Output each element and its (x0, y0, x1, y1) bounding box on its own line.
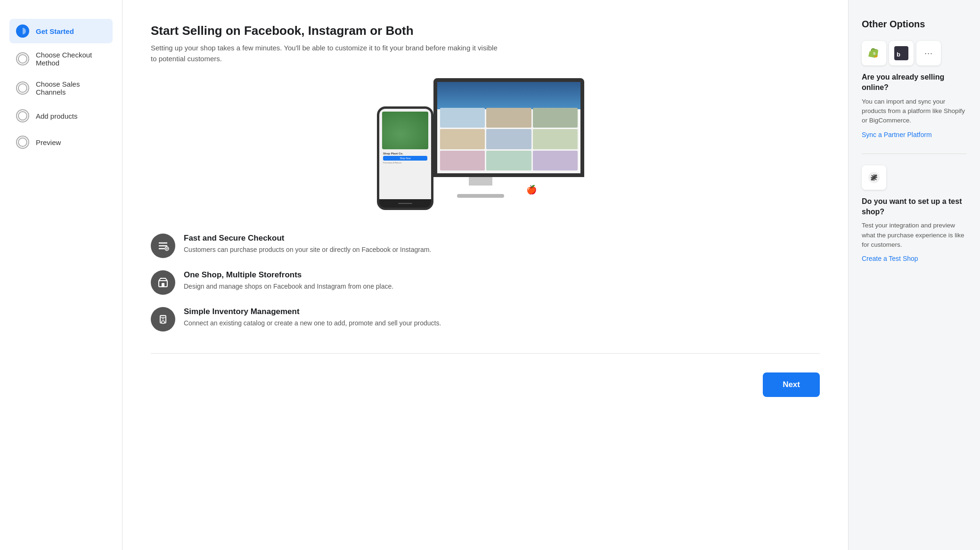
feature-title-storefronts: One Shop, Multiple Storefronts (184, 270, 393, 280)
feature-icon-storefronts (151, 270, 175, 295)
option-card-test: Do you want to set up a test shop? Test … (862, 165, 967, 263)
imac-grid-img-2 (486, 108, 531, 128)
option-desc-test: Test your integration and preview what t… (862, 221, 967, 250)
feature-text-checkout: Fast and Secure Checkout Customers can p… (184, 234, 431, 255)
imac-screen-content (437, 82, 580, 173)
iphone-content-area: Shop Plant Co. Shop Now Promotions & Ret… (382, 151, 428, 165)
imac-grid-img-6 (533, 129, 578, 149)
options-divider (862, 154, 967, 154)
iphone-bottom-bar (379, 199, 431, 208)
imac-grid-img-1 (440, 108, 485, 128)
feature-title-inventory: Simple Inventory Management (184, 307, 441, 316)
imac-screen (433, 78, 584, 177)
option-heading-test: Do you want to set up a test shop? (862, 196, 967, 218)
feature-item-checkout: Fast and Secure Checkout Customers can p… (151, 234, 820, 258)
svg-point-3 (18, 112, 27, 120)
device-illustration: Shop Plant Co. Shop Now Promotions & Ret… (377, 78, 594, 215)
feature-text-inventory: Simple Inventory Management Connect an e… (184, 307, 441, 328)
create-test-shop-link[interactable]: Create a Test Shop (862, 255, 918, 262)
svg-point-4 (18, 138, 27, 146)
option-icons-test (862, 165, 967, 190)
step-icon-preview (16, 136, 29, 149)
sidebar: Get Started Choose Checkout Method Choos… (0, 0, 122, 550)
feature-title-checkout: Fast and Secure Checkout (184, 234, 431, 243)
imac-base (457, 194, 504, 198)
imac-grid-img-3 (533, 108, 578, 128)
bottom-actions: Next (151, 363, 820, 402)
option-desc-sync: You can import and sync your products fr… (862, 97, 967, 126)
svg-point-2 (18, 84, 27, 92)
imac-grid-img-9 (533, 151, 578, 170)
step-icon-sales-channels (16, 81, 29, 95)
iphone-product-image (382, 112, 428, 149)
imac-grid-img-8 (486, 151, 531, 170)
imac-grid-img-7 (440, 151, 485, 170)
imac-grid-img-4 (440, 129, 485, 149)
iphone-cta-button: Shop Now (383, 156, 427, 161)
apple-logo: 🍎 (469, 186, 594, 194)
imac-stand (469, 177, 492, 186)
next-button[interactable]: Next (763, 372, 820, 397)
svg-point-1 (18, 55, 27, 63)
page-subtitle: Setting up your shop takes a few minutes… (151, 43, 504, 64)
feature-desc-inventory: Connect an existing catalog or create a … (184, 318, 441, 328)
sidebar-item-sales-channels[interactable]: Choose Sales Channels (9, 74, 113, 102)
sidebar-item-label-checkout-method: Choose Checkout Method (36, 51, 106, 67)
features-list: Fast and Secure Checkout Customers can p… (151, 234, 820, 344)
sidebar-item-get-started[interactable]: Get Started (9, 19, 113, 43)
feature-icon-inventory (151, 307, 175, 332)
bigcommerce-icon: b (889, 41, 914, 65)
step-icon-add-products (16, 109, 29, 122)
feature-desc-storefronts: Design and manage shops on Facebook and … (184, 282, 393, 291)
sidebar-item-checkout-method[interactable]: Choose Checkout Method (9, 45, 113, 73)
sidebar-item-label-add-products: Add products (36, 112, 77, 120)
imac-mockup: 🍎 (424, 78, 594, 205)
iphone-home-indicator (398, 203, 412, 204)
shopify-icon: S (862, 41, 886, 65)
imac-grid-img-5 (486, 129, 531, 149)
svg-point-9 (162, 321, 164, 324)
sidebar-item-label-preview: Preview (36, 138, 61, 146)
step-icon-checkout-method (16, 52, 29, 65)
feature-text-storefronts: One Shop, Multiple Storefronts Design an… (184, 270, 393, 291)
right-panel: Other Options S b (848, 0, 980, 550)
feature-item-inventory: Simple Inventory Management Connect an e… (151, 307, 820, 332)
main-content: Start Selling on Facebook, Instagram or … (122, 0, 848, 550)
option-card-sync: S b ··· Are you already selling online? … (862, 41, 967, 138)
feature-item-storefronts: One Shop, Multiple Storefronts Design an… (151, 270, 820, 295)
svg-text:S: S (873, 51, 876, 56)
right-panel-title: Other Options (862, 19, 967, 30)
option-icons-sync: S b ··· (862, 41, 967, 65)
feature-desc-checkout: Customers can purchase products on your … (184, 245, 431, 255)
sidebar-item-add-products[interactable]: Add products (9, 104, 113, 128)
hero-illustration: Shop Plant Co. Shop Now Promotions & Ret… (151, 78, 820, 215)
option-heading-sync: Are you already selling online? (862, 72, 967, 93)
iphone-screen: Shop Plant Co. Shop Now Promotions & Ret… (379, 109, 431, 199)
sidebar-item-label-get-started: Get Started (36, 27, 74, 35)
sidebar-item-label-sales-channels: Choose Sales Channels (36, 80, 106, 96)
main-header: Start Selling on Facebook, Instagram or … (151, 24, 820, 64)
sidebar-item-preview[interactable]: Preview (9, 130, 113, 154)
page-wrapper: Get Started Choose Checkout Method Choos… (0, 0, 980, 550)
svg-text:b: b (897, 51, 900, 58)
sync-partner-platform-link[interactable]: Sync a Partner Platform (862, 131, 932, 138)
section-divider (151, 353, 820, 354)
iphone-product-title: Shop Plant Co. (383, 152, 427, 155)
more-platforms-icon: ··· (916, 41, 941, 65)
svg-rect-7 (162, 283, 164, 287)
step-icon-get-started (16, 24, 29, 38)
test-shop-icon (862, 165, 886, 190)
iphone-description: Promotions & Returns (383, 162, 427, 164)
feature-icon-checkout (151, 234, 175, 258)
page-title: Start Selling on Facebook, Instagram or … (151, 24, 820, 38)
